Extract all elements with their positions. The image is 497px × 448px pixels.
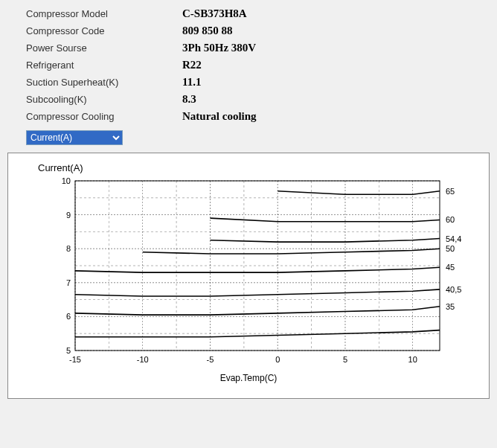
parameter-select[interactable]: Current(A) — [26, 130, 123, 145]
svg-text:-5: -5 — [207, 355, 214, 364]
svg-text:45: 45 — [446, 263, 455, 272]
spec-value: R22 — [182, 59, 202, 71]
svg-text:40,5: 40,5 — [446, 285, 461, 294]
spec-label: Compressor Model — [26, 8, 182, 19]
spec-label: Suction Superheat(K) — [26, 77, 182, 88]
parameter-select-wrap: Current(A) — [26, 130, 490, 145]
svg-text:9: 9 — [66, 211, 71, 220]
svg-text:35: 35 — [446, 302, 455, 311]
chart-title: Current(A) — [38, 162, 474, 173]
svg-text:5: 5 — [66, 346, 71, 355]
svg-text:50: 50 — [446, 244, 455, 253]
spec-label: Power Sourse — [26, 42, 182, 54]
spec-row: Compressor ModelC-SB373H8A — [26, 7, 490, 20]
spec-value: 3Ph 50Hz 380V — [182, 42, 256, 54]
svg-text:0: 0 — [275, 355, 280, 364]
svg-text:5: 5 — [343, 355, 347, 364]
spec-row: Suction Superheat(K)11.1 — [26, 76, 490, 89]
spec-row: Power Sourse3Ph 50Hz 380V — [26, 42, 490, 54]
spec-value: 8.3 — [182, 93, 196, 106]
svg-text:6: 6 — [66, 312, 71, 321]
spec-row: Subcooling(K)8.3 — [26, 93, 490, 106]
svg-text:10: 10 — [62, 176, 71, 185]
svg-text:-10: -10 — [137, 355, 149, 364]
spec-value: C-SB373H8A — [182, 7, 247, 20]
spec-value: 11.1 — [182, 76, 201, 89]
spec-label: Subcooling(K) — [26, 94, 182, 105]
svg-text:60: 60 — [446, 215, 455, 224]
spec-label: Compressor Cooling — [26, 111, 182, 122]
svg-text:65: 65 — [446, 187, 455, 196]
svg-text:8: 8 — [66, 244, 71, 253]
svg-text:10: 10 — [408, 355, 417, 364]
svg-text:54,4: 54,4 — [446, 234, 461, 243]
spec-row: RefrigerantR22 — [26, 59, 490, 71]
spec-table: Compressor ModelC-SB373H8ACompressor Cod… — [26, 7, 490, 123]
svg-text:-15: -15 — [69, 355, 81, 364]
spec-label: Compressor Code — [26, 25, 182, 36]
spec-value: Natural cooling — [182, 110, 257, 123]
chart-xlabel: Evap.Temp(C) — [23, 373, 474, 383]
spec-label: Refrigerant — [26, 60, 182, 71]
spec-row: Compressor Code809 850 88 — [26, 25, 490, 37]
svg-text:7: 7 — [66, 278, 71, 287]
chart-plot: 5678910-15-10-50510656054,4504540,535 — [53, 176, 444, 370]
chart-panel: Current(A) 5678910-15-10-50510656054,450… — [7, 153, 490, 399]
spec-value: 809 850 88 — [182, 25, 233, 37]
spec-row: Compressor CoolingNatural cooling — [26, 110, 490, 123]
